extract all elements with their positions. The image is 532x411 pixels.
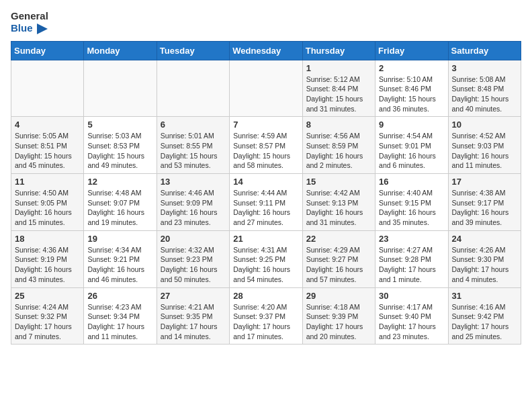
day-number: 26 xyxy=(87,291,152,301)
day-info: Sunrise: 4:17 AM Sunset: 9:40 PM Dayligh… xyxy=(379,302,444,342)
calendar-table: SundayMondayTuesdayWednesdayThursdayFrid… xyxy=(11,41,521,345)
day-info: Sunrise: 4:27 AM Sunset: 9:28 PM Dayligh… xyxy=(379,245,444,285)
day-info: Sunrise: 4:50 AM Sunset: 9:05 PM Dayligh… xyxy=(15,188,80,228)
day-number: 5 xyxy=(87,120,152,130)
day-info: Sunrise: 4:40 AM Sunset: 9:15 PM Dayligh… xyxy=(379,188,444,228)
day-info: Sunrise: 4:36 AM Sunset: 9:19 PM Dayligh… xyxy=(15,245,80,285)
header-day-saturday: Saturday xyxy=(448,41,521,60)
day-info: Sunrise: 5:12 AM Sunset: 8:44 PM Dayligh… xyxy=(306,75,371,114)
day-number: 12 xyxy=(87,177,152,187)
day-cell xyxy=(11,60,84,117)
week-row-1: 1Sunrise: 5:12 AM Sunset: 8:44 PM Daylig… xyxy=(11,60,521,117)
day-number: 20 xyxy=(161,234,226,244)
day-number: 30 xyxy=(379,291,444,301)
calendar-header: SundayMondayTuesdayWednesdayThursdayFrid… xyxy=(11,41,521,60)
day-info: Sunrise: 5:01 AM Sunset: 8:55 PM Dayligh… xyxy=(161,131,226,171)
day-cell: 3Sunrise: 5:08 AM Sunset: 8:48 PM Daylig… xyxy=(448,60,521,117)
header-row: SundayMondayTuesdayWednesdayThursdayFrid… xyxy=(11,41,521,60)
svg-marker-0 xyxy=(37,24,48,34)
day-cell: 5Sunrise: 5:03 AM Sunset: 8:53 PM Daylig… xyxy=(84,117,157,174)
day-info: Sunrise: 4:38 AM Sunset: 9:17 PM Dayligh… xyxy=(452,188,517,228)
day-cell: 4Sunrise: 5:05 AM Sunset: 8:51 PM Daylig… xyxy=(11,117,84,174)
day-cell: 28Sunrise: 4:20 AM Sunset: 9:37 PM Dayli… xyxy=(230,287,302,345)
header-day-monday: Monday xyxy=(84,41,157,60)
logo-blue-text: Blue xyxy=(11,23,33,34)
day-cell: 12Sunrise: 4:48 AM Sunset: 9:07 PM Dayli… xyxy=(84,174,157,231)
day-number: 8 xyxy=(306,120,371,130)
day-info: Sunrise: 5:08 AM Sunset: 8:48 PM Dayligh… xyxy=(452,75,517,114)
day-info: Sunrise: 4:52 AM Sunset: 9:03 PM Dayligh… xyxy=(452,131,517,171)
day-number: 21 xyxy=(233,234,298,244)
page-header: General Blue xyxy=(11,11,521,36)
day-cell: 16Sunrise: 4:40 AM Sunset: 9:15 PM Dayli… xyxy=(375,174,448,231)
day-info: Sunrise: 4:31 AM Sunset: 9:25 PM Dayligh… xyxy=(233,245,298,285)
day-cell: 9Sunrise: 4:54 AM Sunset: 9:01 PM Daylig… xyxy=(375,117,448,174)
day-cell xyxy=(157,60,229,117)
day-info: Sunrise: 5:10 AM Sunset: 8:46 PM Dayligh… xyxy=(379,75,444,114)
day-cell: 24Sunrise: 4:26 AM Sunset: 9:30 PM Dayli… xyxy=(448,230,521,287)
day-number: 13 xyxy=(161,177,226,187)
day-cell: 19Sunrise: 4:34 AM Sunset: 9:21 PM Dayli… xyxy=(84,230,157,287)
header-day-friday: Friday xyxy=(375,41,448,60)
week-row-4: 18Sunrise: 4:36 AM Sunset: 9:19 PM Dayli… xyxy=(11,230,521,287)
day-number: 3 xyxy=(452,63,517,73)
day-info: Sunrise: 5:05 AM Sunset: 8:51 PM Dayligh… xyxy=(15,131,80,171)
day-cell: 31Sunrise: 4:16 AM Sunset: 9:42 PM Dayli… xyxy=(448,287,521,345)
day-number: 27 xyxy=(161,291,226,301)
day-info: Sunrise: 4:26 AM Sunset: 9:30 PM Dayligh… xyxy=(452,245,517,285)
day-cell: 13Sunrise: 4:46 AM Sunset: 9:09 PM Dayli… xyxy=(157,174,229,231)
day-cell: 15Sunrise: 4:42 AM Sunset: 9:13 PM Dayli… xyxy=(302,174,375,231)
day-number: 22 xyxy=(306,234,371,244)
logo: General Blue xyxy=(11,11,49,36)
day-number: 19 xyxy=(87,234,152,244)
day-info: Sunrise: 4:42 AM Sunset: 9:13 PM Dayligh… xyxy=(306,188,371,228)
day-cell: 29Sunrise: 4:18 AM Sunset: 9:39 PM Dayli… xyxy=(302,287,375,345)
day-info: Sunrise: 4:59 AM Sunset: 8:57 PM Dayligh… xyxy=(233,131,298,171)
day-number: 17 xyxy=(452,177,517,187)
day-cell: 23Sunrise: 4:27 AM Sunset: 9:28 PM Dayli… xyxy=(375,230,448,287)
logo-general-text: General xyxy=(11,11,49,22)
day-cell: 21Sunrise: 4:31 AM Sunset: 9:25 PM Dayli… xyxy=(230,230,302,287)
day-info: Sunrise: 4:29 AM Sunset: 9:27 PM Dayligh… xyxy=(306,245,371,285)
day-cell: 22Sunrise: 4:29 AM Sunset: 9:27 PM Dayli… xyxy=(302,230,375,287)
day-number: 11 xyxy=(15,177,80,187)
day-number: 6 xyxy=(161,120,226,130)
day-number: 16 xyxy=(379,177,444,187)
day-cell: 1Sunrise: 5:12 AM Sunset: 8:44 PM Daylig… xyxy=(302,60,375,117)
day-number: 24 xyxy=(452,234,517,244)
day-info: Sunrise: 4:24 AM Sunset: 9:32 PM Dayligh… xyxy=(15,302,80,342)
week-row-5: 25Sunrise: 4:24 AM Sunset: 9:32 PM Dayli… xyxy=(11,287,521,345)
day-cell: 25Sunrise: 4:24 AM Sunset: 9:32 PM Dayli… xyxy=(11,287,84,345)
day-number: 1 xyxy=(306,63,371,73)
day-number: 23 xyxy=(379,234,444,244)
header-day-thursday: Thursday xyxy=(302,41,375,60)
day-cell: 14Sunrise: 4:44 AM Sunset: 9:11 PM Dayli… xyxy=(230,174,302,231)
day-number: 15 xyxy=(306,177,371,187)
day-number: 25 xyxy=(15,291,80,301)
calendar-body: 1Sunrise: 5:12 AM Sunset: 8:44 PM Daylig… xyxy=(11,60,521,345)
day-cell: 18Sunrise: 4:36 AM Sunset: 9:19 PM Dayli… xyxy=(11,230,84,287)
day-cell: 27Sunrise: 4:21 AM Sunset: 9:35 PM Dayli… xyxy=(157,287,229,345)
day-info: Sunrise: 4:56 AM Sunset: 8:59 PM Dayligh… xyxy=(306,131,371,171)
day-cell xyxy=(230,60,302,117)
day-cell: 10Sunrise: 4:52 AM Sunset: 9:03 PM Dayli… xyxy=(448,117,521,174)
day-number: 2 xyxy=(379,63,444,73)
day-number: 29 xyxy=(306,291,371,301)
header-day-wednesday: Wednesday xyxy=(230,41,302,60)
day-info: Sunrise: 5:03 AM Sunset: 8:53 PM Dayligh… xyxy=(87,131,152,171)
week-row-3: 11Sunrise: 4:50 AM Sunset: 9:05 PM Dayli… xyxy=(11,174,521,231)
day-number: 31 xyxy=(452,291,517,301)
day-number: 4 xyxy=(15,120,80,130)
day-number: 14 xyxy=(233,177,298,187)
day-cell: 7Sunrise: 4:59 AM Sunset: 8:57 PM Daylig… xyxy=(230,117,302,174)
day-info: Sunrise: 4:44 AM Sunset: 9:11 PM Dayligh… xyxy=(233,188,298,228)
day-info: Sunrise: 4:48 AM Sunset: 9:07 PM Dayligh… xyxy=(87,188,152,228)
day-info: Sunrise: 4:34 AM Sunset: 9:21 PM Dayligh… xyxy=(87,245,152,285)
day-number: 18 xyxy=(15,234,80,244)
header-day-sunday: Sunday xyxy=(11,41,84,60)
day-cell: 6Sunrise: 5:01 AM Sunset: 8:55 PM Daylig… xyxy=(157,117,229,174)
day-cell: 2Sunrise: 5:10 AM Sunset: 8:46 PM Daylig… xyxy=(375,60,448,117)
day-info: Sunrise: 4:54 AM Sunset: 9:01 PM Dayligh… xyxy=(379,131,444,171)
day-cell xyxy=(84,60,157,117)
day-cell: 30Sunrise: 4:17 AM Sunset: 9:40 PM Dayli… xyxy=(375,287,448,345)
